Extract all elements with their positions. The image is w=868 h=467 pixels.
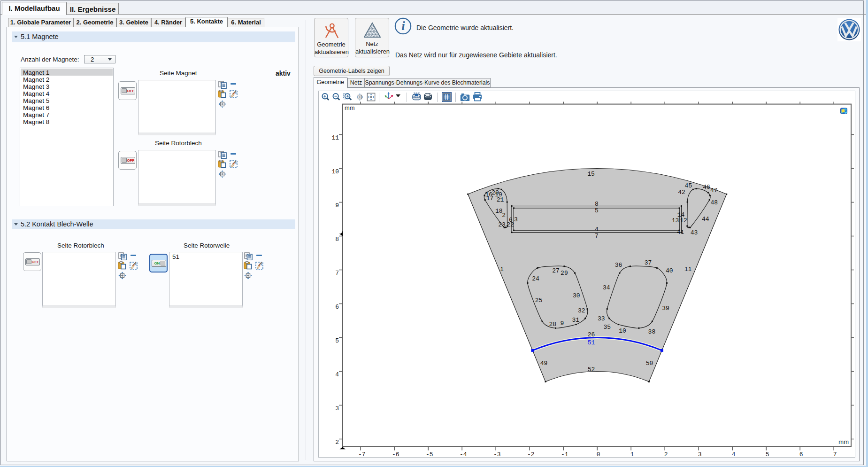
svg-text:i: i [401, 19, 405, 33]
